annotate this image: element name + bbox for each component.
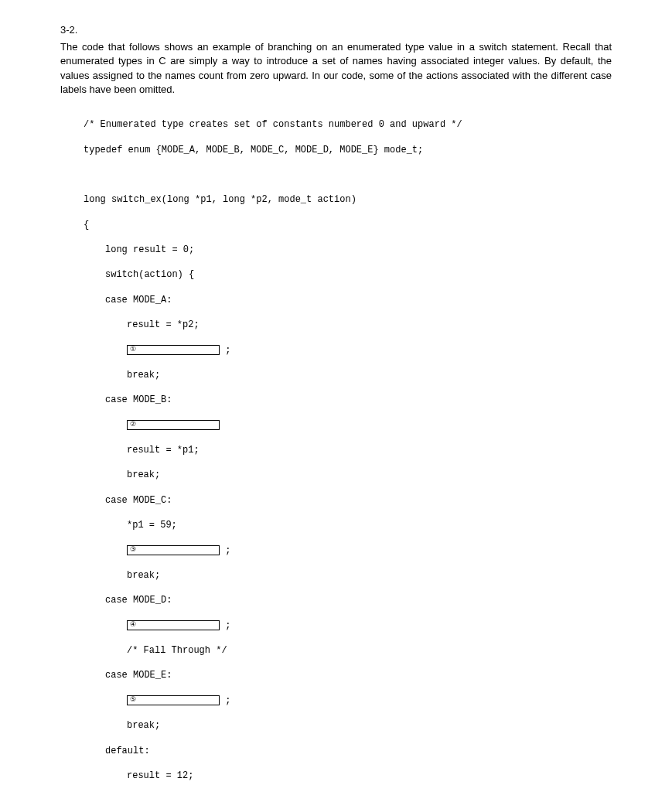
fill-in-box-2[interactable]: ② [127,420,220,430]
code-line: typedef enum {MODE_A, MODE_B, MODE_C, MO… [84,144,612,156]
section-number: 3-2. [60,23,612,37]
code-line: /* Enumerated type creates set of consta… [84,118,612,131]
code-line [84,169,612,181]
semicolon: ; [225,620,230,631]
code-line: break; [84,369,612,381]
code-line: case MODE_E: [84,669,612,681]
code-line: result = 12; [84,770,612,782]
code-line: switch(action) { [84,268,612,281]
fill-in-box-1[interactable]: ① [127,345,220,355]
code-line: break; [84,719,612,732]
code-line: case MODE_A: [84,294,612,306]
code-line: case MODE_C: [84,494,612,507]
code-line: case MODE_B: [84,394,612,406]
code-line: ③ ; [84,544,612,557]
code-line: ⑤ ; [84,695,612,707]
code-line: ② [84,419,612,432]
code-line: break; [84,569,612,582]
code-line: ④ ; [84,620,612,632]
semicolon: ; [225,545,230,556]
fill-in-box-3[interactable]: ③ [127,545,220,555]
fill-in-box-5[interactable]: ⑤ [127,695,220,705]
paragraph-intro: The code that follows shows an example o… [60,40,612,97]
c-code-block: /* Enumerated type creates set of consta… [84,106,612,792]
fill-in-box-4[interactable]: ④ [127,620,220,630]
code-line: *p1 = 59; [84,519,612,531]
code-line: break; [84,469,612,481]
code-line: long result = 0; [84,244,612,256]
semicolon: ; [225,345,230,356]
semicolon: ; [225,695,230,706]
code-line: result = *p2; [84,319,612,331]
code-line: { [84,219,612,231]
code-line: ① ; [84,344,612,357]
code-line: default: [84,745,612,757]
code-line: long switch_ex(long *p1, long *p2, mode_… [84,193,612,206]
code-line: /* Fall Through */ [84,644,612,657]
code-line: result = *p1; [84,444,612,456]
code-line: case MODE_D: [84,594,612,606]
